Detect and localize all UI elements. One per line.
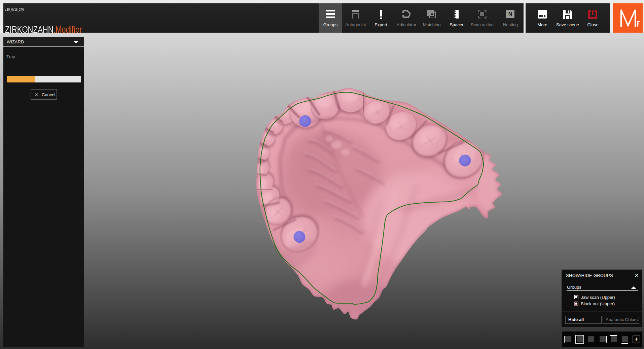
svg-text:N: N	[508, 11, 512, 17]
